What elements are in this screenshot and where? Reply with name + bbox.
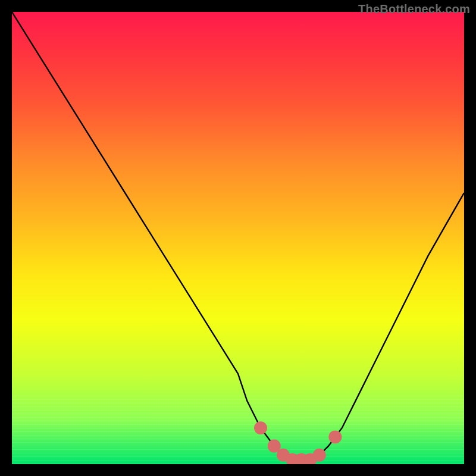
marker-valley-mid-3 (313, 449, 326, 462)
bottleneck-curve-path (12, 12, 464, 459)
chart-plot-area (12, 12, 464, 464)
chart-frame: TheBottleneck.com (0, 0, 476, 476)
chart-svg (12, 12, 464, 464)
valley-markers (254, 421, 342, 464)
watermark-text: TheBottleneck.com (358, 2, 470, 16)
marker-valley-left-edge (254, 421, 267, 434)
marker-valley-right-gap (328, 430, 342, 443)
